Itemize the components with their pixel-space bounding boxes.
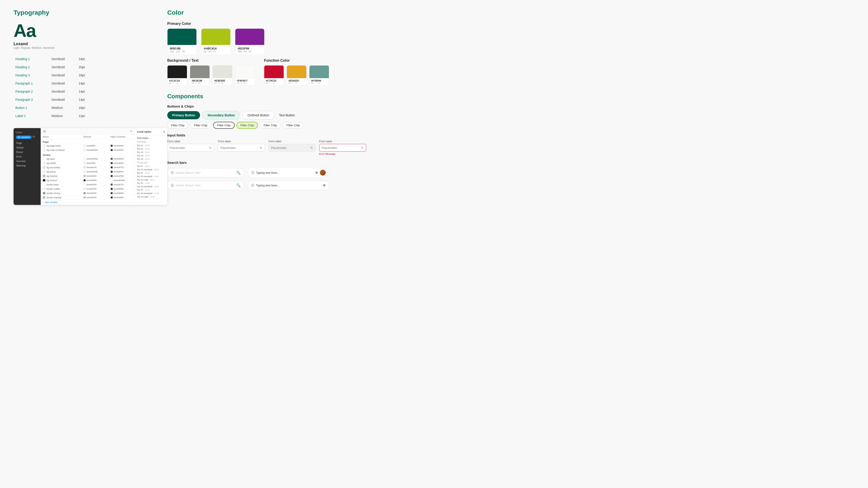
chip-3[interactable]: Filter Chip [237,122,258,129]
search-bar-hint-2[interactable]: ☰ Hinted Search Text 🔍 [167,181,244,190]
refresh-icon[interactable]: ↻ [209,146,212,150]
color-rgb-sm: 60 · 3 · 55 [192,82,208,84]
figma-section-label: Page [41,139,134,144]
figma-nav-global[interactable]: Global [13,145,41,150]
type-row: Paragraph 2 Semibold 14pt [13,88,154,96]
input-field[interactable] [322,146,360,150]
ls-add-btn[interactable]: + [163,130,165,133]
figma-nav-success[interactable]: Success [13,159,41,163]
ls-type-row: AgP4 12/16 [135,188,167,192]
search-hamburger-icon[interactable]: ☰ [170,170,174,175]
figma-val-swatch [84,184,86,186]
col-default-header: Default [84,135,111,138]
chip-2[interactable]: Filter Chip [213,122,235,129]
figma-var-name: border-strong [43,192,84,195]
figma-var-name: bg-secondary [43,166,84,169]
bg-text-group: Background / Text #1C1C1A 60 · 7 · 11 #8… [167,59,255,86]
ls-item-size: 12/16 [153,192,159,195]
search-hint-text: Hinted Search Text [176,171,235,174]
figma-val-swatch [84,188,86,190]
type-table: Heading 1 Semibold 24pt Heading 2 Semibo… [13,55,154,120]
search-hamburger-icon-active-2[interactable]: ☰ [251,183,254,188]
btn-secondary[interactable]: Secondary Button [202,111,240,120]
type-label: Paragraph 1 [13,79,50,88]
figma-var-row: border-inactive neutral/100 neutral/800 [41,195,134,200]
fn-color-card: #679D94 60 · 7 · 11 [309,65,329,86]
avatar [320,170,326,175]
color-rgb: 169 · 100 · 36 [170,50,194,53]
color-info: 005C4B 169 · 100 · 36 [167,45,196,55]
ls-sub-label-headings: Headings [135,140,167,144]
ls-item-label: P1 [141,165,143,167]
chip-4[interactable]: Filter Chip [260,122,281,129]
btn-outlined[interactable]: Outlined Button [242,111,275,120]
ls-item-label: P4-Semibold [141,192,152,195]
search-icon-2[interactable]: 🔍 [236,183,241,188]
type-size: 14pt [77,88,154,96]
figma-nav-warning[interactable]: Warning [13,163,41,168]
ls-item-size: 16/24 [153,175,159,177]
figma-val-default: neutral/900 [84,179,111,182]
ls-item-label: P1-Semibold [141,168,152,171]
figma-nav-page[interactable]: Page [13,141,41,145]
input-label: Form label [218,140,265,143]
btn-primary[interactable]: Primary Button [167,111,200,119]
refresh-icon[interactable]: ↻ [361,146,364,150]
ls-item-label: H2 [141,148,143,150]
color-info-sm: #E4E5DE 69 · 3 · 90 [213,78,232,86]
ls-item-label: P2 [141,172,143,174]
ls-ag: Ag [137,195,140,198]
chip-1[interactable]: Filter Chip [190,122,211,129]
figma-var-swatch [43,188,45,190]
ls-section-label: Text styles [135,135,167,140]
color-hex-sm: #FAFAF7 [237,79,253,82]
type-weight: Semibold [50,88,77,96]
input-field[interactable] [220,146,258,150]
ls-ag: Ag [137,151,140,153]
type-row: Label 1 Medium 12pt [13,112,154,120]
refresh-icon[interactable]: ↻ [260,146,262,150]
figma-vars-area: Page bg-page-body neutral/50 neutral/950… [41,139,134,200]
chip-0[interactable]: Filter Chip [167,122,188,129]
search-bar-hint-1[interactable]: ☰ Hinted Search Text 🔍 [167,168,244,177]
search-icon[interactable]: 🔍 [236,170,241,175]
ls-ag: Ag [137,192,140,195]
figma-var-row: bg-base neutral/white neutral/800 [41,157,134,161]
figma-main-area: ⊞ ✕ Name Default High Contrast Page bg-p… [41,128,134,205]
btn-text[interactable]: Text Button [277,111,297,119]
ls-item-label: H4 [141,155,143,157]
figma-var-row: bg-subtle neutral/50 neutral/900 [41,161,134,165]
ls-item-size: 18/24 [153,168,159,171]
color-swatch-sm [309,66,329,78]
inputs-row: Form label ↻ Form label ↻ Form label ↻ F… [167,140,855,155]
add-variable-btn[interactable]: + Add variable [41,200,134,205]
figma-var-name: border-base [43,183,84,186]
search-bar-active-2[interactable]: ☰ Typing text here... ✖ [248,181,329,190]
figma-val-hc: neutral/800 [111,196,134,199]
figma-sidebar-dots[interactable]: ··· [37,131,38,134]
search-active-text: Typing text here... [256,171,313,174]
figma-nav-error[interactable]: Error [13,154,41,159]
color-section-title: Color [167,9,855,16]
primary-color-row: 005C4B 169 · 100 · 36 #ABC414 69 · 90 · … [167,29,855,55]
search-hamburger-icon-active[interactable]: ☰ [251,170,254,175]
figma-val-default: neutral/white [84,149,111,151]
search-clear-icon-2[interactable]: ✖ [323,183,326,188]
color-info-sm: #1C1C1A 60 · 7 · 11 [167,78,187,86]
figma-close-icon[interactable]: ✕ [130,130,132,133]
search-clear-icon[interactable]: ✖ [315,170,318,175]
figma-nav-brand[interactable]: Brand [13,150,41,154]
figma-val-swatch-hc [111,170,113,173]
color-rgb-sm: 69 · 3 · 90 [214,82,230,84]
input-field[interactable] [170,146,208,150]
refresh-icon[interactable]: ↻ [310,146,313,150]
ls-item-size: 16/24 [144,172,150,174]
type-row: Paragraph 1 Semibold 14pt [13,79,154,88]
function-color-group: Function Color #C70C2C 60 · 7 · 11 #E5A5… [264,59,329,86]
figma-all-variables-tab[interactable]: All variables [16,135,32,139]
chip-5[interactable]: Filter Chip [283,122,304,129]
input-field[interactable] [271,146,309,150]
search-hamburger-icon-2[interactable]: ☰ [170,183,174,188]
search-bar-active-1[interactable]: ☰ Typing text here... ✖ [248,167,329,178]
figma-var-row: bg-active neutral/white neutral/800 [41,170,134,174]
